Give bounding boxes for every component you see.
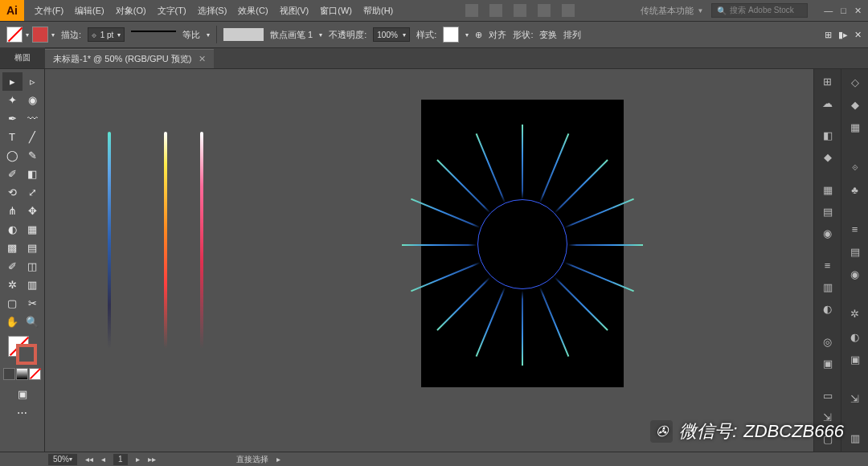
zoom-field[interactable]: 50% ▾: [48, 454, 77, 465]
panel-icon-d[interactable]: ⟐: [848, 161, 862, 174]
libraries-panel-icon[interactable]: ☁: [821, 97, 835, 109]
rotate-tool[interactable]: ⟲: [2, 183, 23, 202]
menu-effect[interactable]: 效果(C): [232, 0, 273, 21]
eraser-tool[interactable]: ◧: [23, 165, 43, 183]
symbols-panel-icon[interactable]: ◉: [821, 227, 835, 239]
transparency-panel-icon[interactable]: ◐: [821, 303, 835, 315]
nav-prev-one-icon[interactable]: ◂: [101, 455, 105, 464]
magic-wand-tool[interactable]: ✦: [2, 91, 23, 109]
perspective-tool[interactable]: ▦: [23, 220, 43, 239]
gradient-mode-icon[interactable]: [16, 368, 28, 380]
artboard-nav-field[interactable]: 1: [113, 454, 128, 465]
doc-setup-icon[interactable]: ⊕: [475, 30, 482, 40]
stock-icon[interactable]: [489, 4, 502, 17]
properties-panel-icon[interactable]: ⊞: [821, 76, 835, 88]
menu-view[interactable]: 视图(V): [274, 0, 315, 21]
share-icon[interactable]: [562, 4, 575, 17]
free-transform-tool[interactable]: ✥: [23, 202, 43, 220]
document-tab[interactable]: 未标题-1* @ 50% (RGB/GPU 预览) ✕: [45, 49, 214, 68]
eyedropper-tool[interactable]: ✐: [2, 257, 23, 276]
style-swatch[interactable]: [443, 27, 459, 43]
canvas[interactable]: [45, 69, 813, 452]
width-tool[interactable]: ⋔: [2, 202, 23, 220]
menu-file[interactable]: 文件(F): [29, 0, 69, 21]
opacity-stepper[interactable]: 100%▾: [373, 27, 410, 42]
panel-icon-f[interactable]: ≡: [848, 223, 862, 235]
type-tool[interactable]: T: [2, 128, 23, 146]
gpu-icon[interactable]: [538, 4, 551, 17]
brush-preview[interactable]: [223, 28, 264, 41]
panel-icon-j[interactable]: ◐: [848, 330, 862, 343]
panel-icon-a[interactable]: ◇: [848, 76, 862, 88]
graphic-styles-panel-icon[interactable]: ▣: [821, 358, 835, 370]
line-tool[interactable]: ╱: [23, 128, 43, 146]
panel-toggle-icon[interactable]: ⊞: [825, 30, 832, 40]
arrange-label[interactable]: 排列: [563, 29, 581, 41]
minimize-button[interactable]: —: [824, 6, 833, 16]
hand-tool[interactable]: ✋: [2, 313, 23, 331]
panel-icon-b[interactable]: ◆: [848, 98, 862, 111]
lasso-tool[interactable]: ◉: [23, 91, 43, 109]
curvature-tool[interactable]: 〰: [23, 109, 43, 128]
arrange-docs-icon[interactable]: [514, 4, 526, 17]
stroke-panel-icon[interactable]: ≡: [821, 260, 835, 272]
chevron-down-icon[interactable]: ▾: [465, 31, 469, 39]
chevron-down-icon[interactable]: ▾: [207, 31, 210, 39]
chevron-down-icon[interactable]: ▾: [319, 31, 322, 39]
chevron-down-icon[interactable]: ▾: [26, 31, 29, 39]
shaper-tool[interactable]: ✐: [2, 165, 23, 183]
menu-help[interactable]: 帮助(H): [358, 0, 399, 21]
menu-edit[interactable]: 编辑(E): [69, 0, 110, 21]
menu-type[interactable]: 文字(T): [152, 0, 192, 21]
shape-builder-tool[interactable]: ◐: [2, 220, 23, 239]
chevron-down-icon[interactable]: ▾: [51, 31, 55, 39]
nav-next-icon[interactable]: ▸▸: [148, 455, 156, 464]
swatches-panel-icon[interactable]: ▦: [821, 184, 835, 196]
brushes-panel-icon[interactable]: ▤: [821, 206, 835, 218]
menu-object[interactable]: 对象(O): [110, 0, 152, 21]
screen-mode-icon[interactable]: ▣: [12, 385, 32, 403]
zoom-tool[interactable]: 🔍: [23, 313, 43, 331]
ellipse-tool[interactable]: ◯: [2, 146, 23, 165]
nav-prev-icon[interactable]: ◂◂: [85, 455, 93, 464]
blend-tool[interactable]: ◫: [23, 257, 43, 276]
stroke-profile[interactable]: [131, 31, 176, 39]
bridge-icon[interactable]: [465, 4, 478, 17]
gradient-tool[interactable]: ▤: [23, 239, 43, 257]
panel-icon-m[interactable]: ▥: [848, 432, 862, 445]
pen-tool[interactable]: ✒: [2, 109, 23, 128]
nav-next-one-icon[interactable]: ▸: [136, 455, 140, 464]
panel-icon-g[interactable]: ▤: [848, 245, 862, 258]
status-menu-icon[interactable]: ▸: [276, 455, 280, 464]
maximize-button[interactable]: □: [841, 6, 846, 16]
panel-icon-i[interactable]: ✲: [848, 308, 862, 321]
stroke-indicator[interactable]: [16, 344, 37, 365]
menu-select[interactable]: 选择(S): [192, 0, 233, 21]
panel-icon-l[interactable]: ⇲: [848, 392, 862, 405]
gradient-panel-icon[interactable]: ▥: [821, 281, 835, 293]
stroke-swatch[interactable]: [32, 27, 48, 43]
workspace-switcher[interactable]: 传统基本功能 ▼: [641, 5, 703, 17]
panel-icon-h[interactable]: ◉: [848, 268, 862, 281]
panel-collapse-icon[interactable]: ✕: [854, 30, 862, 40]
mesh-tool[interactable]: ▩: [2, 239, 23, 257]
paintbrush-tool[interactable]: ✎: [23, 146, 43, 165]
color-mode-icon[interactable]: [3, 368, 15, 380]
appearance-panel-icon[interactable]: ◎: [821, 336, 835, 348]
slice-tool[interactable]: ✂: [23, 294, 43, 313]
color-panel-icon[interactable]: ◧: [821, 129, 835, 141]
scale-tool[interactable]: ⤢: [23, 183, 43, 202]
search-input[interactable]: 🔍 搜索 Adobe Stock: [711, 3, 808, 18]
none-mode-icon[interactable]: [29, 368, 41, 380]
transform-label[interactable]: 变换: [539, 29, 557, 41]
symbol-sprayer-tool[interactable]: ✲: [2, 276, 23, 294]
layers-panel-icon[interactable]: ▭: [821, 390, 835, 402]
panel-icon-c[interactable]: ▦: [848, 121, 862, 133]
menu-window[interactable]: 窗口(W): [314, 0, 358, 21]
close-tab-icon[interactable]: ✕: [199, 54, 206, 64]
direct-selection-tool[interactable]: ▹: [23, 72, 43, 91]
panel-icon-k[interactable]: ▣: [848, 353, 862, 366]
edit-toolbar-icon[interactable]: ⋯: [12, 403, 32, 422]
panel-icon-e[interactable]: ♣: [848, 183, 862, 196]
artboard-tool[interactable]: ▢: [2, 294, 23, 313]
